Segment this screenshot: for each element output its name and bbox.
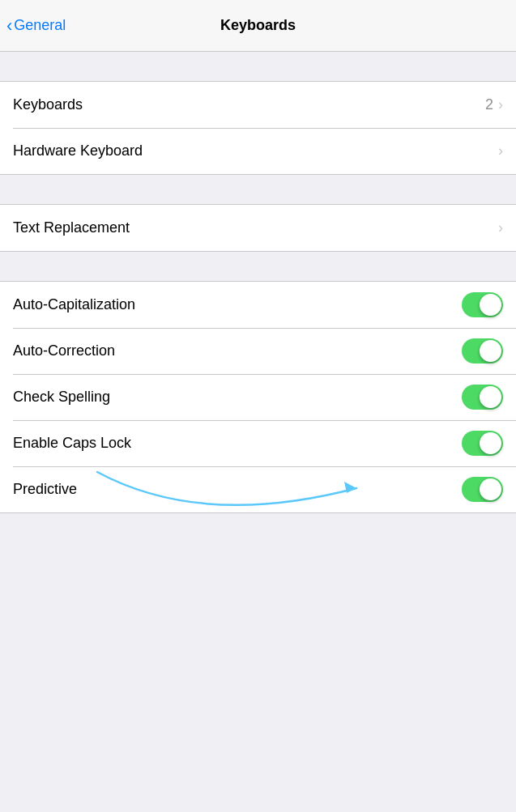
predictive-row: Predictive <box>0 466 516 512</box>
text-replacement-chevron-icon: › <box>498 219 503 236</box>
spacer-2 <box>0 175 516 204</box>
hardware-keyboard-label: Hardware Keyboard <box>13 142 143 159</box>
spacer-3 <box>0 252 516 281</box>
enable-caps-lock-toggle[interactable] <box>462 431 503 456</box>
hardware-keyboard-chevron-icon: › <box>498 142 503 159</box>
keyboards-value: 2 <box>485 96 493 113</box>
check-spelling-row: Check Spelling <box>0 374 516 420</box>
auto-correction-toggle[interactable] <box>462 338 503 363</box>
auto-correction-label: Auto-Correction <box>13 342 115 359</box>
keyboards-row[interactable]: Keyboards 2 › <box>0 82 516 128</box>
keyboards-right: 2 › <box>485 96 503 113</box>
settings-group-2: Text Replacement › <box>0 204 516 252</box>
check-spelling-toggle[interactable] <box>462 385 503 410</box>
predictive-label: Predictive <box>13 481 77 498</box>
back-label: General <box>14 17 66 34</box>
back-button[interactable]: ‹ General <box>6 17 66 35</box>
check-spelling-label: Check Spelling <box>13 389 110 406</box>
svg-marker-0 <box>344 482 356 493</box>
text-replacement-row[interactable]: Text Replacement › <box>0 205 516 251</box>
back-chevron-icon: ‹ <box>6 17 12 35</box>
keyboards-label: Keyboards <box>13 96 83 113</box>
check-spelling-thumb <box>480 386 501 408</box>
spacer-1 <box>0 52 516 81</box>
enable-caps-lock-thumb <box>480 432 501 454</box>
predictive-thumb <box>480 478 501 500</box>
nav-bar: ‹ General Keyboards <box>0 0 516 52</box>
arrow-annotation <box>81 464 389 521</box>
auto-correction-row: Auto-Correction <box>0 328 516 374</box>
text-replacement-right: › <box>498 219 503 236</box>
keyboards-chevron-icon: › <box>498 96 503 113</box>
settings-group-3: Auto-Capitalization Auto-Correction Chec… <box>0 281 516 513</box>
enable-caps-lock-label: Enable Caps Lock <box>13 435 131 452</box>
text-replacement-label: Text Replacement <box>13 219 130 236</box>
page-title: Keyboards <box>220 17 296 34</box>
auto-capitalization-thumb <box>480 294 501 316</box>
enable-caps-lock-row: Enable Caps Lock <box>0 420 516 466</box>
hardware-keyboard-row[interactable]: Hardware Keyboard › <box>0 128 516 174</box>
settings-group-1: Keyboards 2 › Hardware Keyboard › <box>0 81 516 175</box>
auto-capitalization-row: Auto-Capitalization <box>0 282 516 328</box>
auto-correction-thumb <box>480 340 501 362</box>
auto-capitalization-toggle[interactable] <box>462 292 503 317</box>
hardware-keyboard-right: › <box>498 142 503 159</box>
predictive-toggle[interactable] <box>462 477 503 502</box>
auto-capitalization-label: Auto-Capitalization <box>13 296 135 313</box>
